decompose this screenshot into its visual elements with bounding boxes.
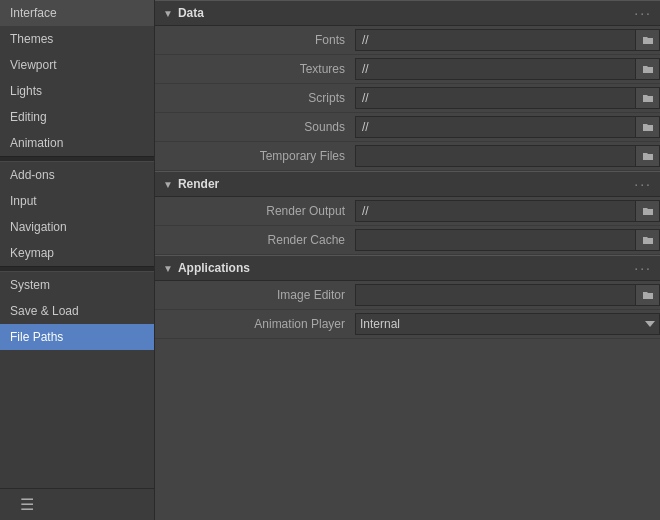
prop-select-animation-player[interactable]: InternalExternal [355,313,660,335]
prop-label-image-editor: Image Editor [155,288,355,302]
prop-input-render-cache[interactable] [355,229,636,251]
prop-row-render-output: Render Output [155,197,660,226]
prop-row-temp-files: Temporary Files [155,142,660,171]
prop-label-render-output: Render Output [155,204,355,218]
sidebar-item-animation[interactable]: Animation [0,130,154,156]
section-content-data: Fonts Textures Scripts Sounds Temporary … [155,26,660,171]
prop-value-scripts [355,87,660,109]
section-header-render[interactable]: ▼ Render ··· [155,171,660,197]
prop-value-temp-files [355,145,660,167]
sidebar-item-interface[interactable]: Interface [0,0,154,26]
prop-input-render-output[interactable] [355,200,636,222]
prop-row-fonts: Fonts [155,26,660,55]
section-content-applications: Image Editor Animation PlayerInternalExt… [155,281,660,339]
folder-btn-render-output[interactable] [636,200,660,222]
section-dots-data: ··· [634,5,652,21]
prop-row-render-cache: Render Cache [155,226,660,255]
sidebar-item-editing[interactable]: Editing [0,104,154,130]
section-dots-applications: ··· [634,260,652,276]
prop-value-sounds [355,116,660,138]
section-triangle-render: ▼ [163,179,173,190]
section-title-applications: Applications [178,261,250,275]
prop-value-fonts [355,29,660,51]
prop-input-scripts[interactable] [355,87,636,109]
prop-input-sounds[interactable] [355,116,636,138]
folder-btn-render-cache[interactable] [636,229,660,251]
section-title-data: Data [178,6,204,20]
sidebar-item-add-ons[interactable]: Add-ons [0,162,154,188]
prop-input-fonts[interactable] [355,29,636,51]
section-header-applications[interactable]: ▼ Applications ··· [155,255,660,281]
sidebar-item-save-load[interactable]: Save & Load [0,298,154,324]
sidebar-item-input[interactable]: Input [0,188,154,214]
section-dots-render: ··· [634,176,652,192]
sidebar: InterfaceThemesViewportLightsEditingAnim… [0,0,155,520]
section-content-render: Render Output Render Cache [155,197,660,255]
sidebar-item-file-paths[interactable]: File Paths [0,324,154,350]
prop-input-temp-files[interactable] [355,145,636,167]
folder-btn-temp-files[interactable] [636,145,660,167]
folder-btn-textures[interactable] [636,58,660,80]
section-title-render: Render [178,177,219,191]
sidebar-item-themes[interactable]: Themes [0,26,154,52]
prop-row-image-editor: Image Editor [155,281,660,310]
prop-row-scripts: Scripts [155,84,660,113]
sidebar-item-viewport[interactable]: Viewport [0,52,154,78]
prop-value-render-cache [355,229,660,251]
prop-label-sounds: Sounds [155,120,355,134]
prop-row-animation-player: Animation PlayerInternalExternal [155,310,660,339]
folder-btn-sounds[interactable] [636,116,660,138]
main-content: ▼ Data ··· Fonts Textures Scripts Sounds… [155,0,660,520]
sidebar-item-navigation[interactable]: Navigation [0,214,154,240]
folder-btn-fonts[interactable] [636,29,660,51]
sidebar-item-lights[interactable]: Lights [0,78,154,104]
prop-label-scripts: Scripts [155,91,355,105]
folder-btn-scripts[interactable] [636,87,660,109]
prop-input-textures[interactable] [355,58,636,80]
prop-label-fonts: Fonts [155,33,355,47]
prop-label-textures: Textures [155,62,355,76]
prop-label-animation-player: Animation Player [155,317,355,331]
hamburger-icon[interactable]: ☰ [10,488,44,520]
prop-label-render-cache: Render Cache [155,233,355,247]
prop-row-sounds: Sounds [155,113,660,142]
sidebar-item-keymap[interactable]: Keymap [0,240,154,266]
prop-label-temp-files: Temporary Files [155,149,355,163]
prop-value-animation-player: InternalExternal [355,313,660,335]
prop-input-image-editor[interactable] [355,284,636,306]
prop-value-render-output [355,200,660,222]
sidebar-item-system[interactable]: System [0,272,154,298]
section-triangle-data: ▼ [163,8,173,19]
section-triangle-applications: ▼ [163,263,173,274]
prop-value-image-editor [355,284,660,306]
section-header-data[interactable]: ▼ Data ··· [155,0,660,26]
prop-row-textures: Textures [155,55,660,84]
prop-value-textures [355,58,660,80]
folder-btn-image-editor[interactable] [636,284,660,306]
hamburger-area: ☰ [0,488,154,520]
